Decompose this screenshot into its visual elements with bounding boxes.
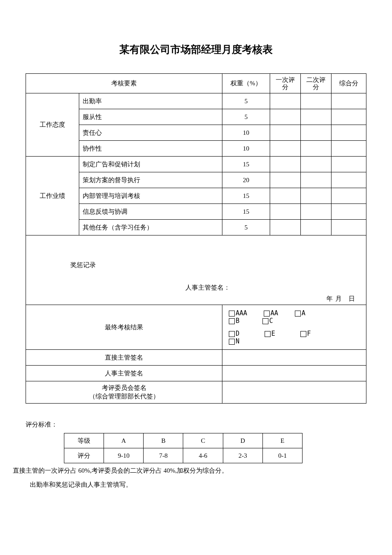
evaluation-table: 考核要素 权重（%） 一次评分 二次评 分 综合分 工作态度 出勤率 5 服从性… <box>26 73 366 404</box>
criteria-score-label: 评分 <box>64 448 104 463</box>
checkbox-aa[interactable]: AA <box>264 309 278 317</box>
item-name: 责任心 <box>79 125 222 141</box>
header-element: 考核要素 <box>26 74 222 93</box>
checkbox-a[interactable]: A <box>295 309 306 317</box>
cell-score2 <box>301 141 331 157</box>
reward-row: 奖惩记录 人事主管签名： 年月 日 <box>26 235 366 305</box>
criteria-score: 7-8 <box>144 448 183 463</box>
final-result-label: 最终考核结果 <box>26 305 222 350</box>
header-score1: 一次评分 <box>270 74 301 93</box>
checkbox-e[interactable]: E <box>265 330 275 337</box>
note1: 直接主管的一次评分占 60%,考评委员会的二次评分占 40%,加权分为综合分。 <box>13 465 366 477</box>
note2: 出勤率和奖惩记录由人事主管填写。 <box>30 481 366 489</box>
item-weight: 20 <box>222 172 270 188</box>
reward-pad <box>26 235 54 305</box>
cell-score3 <box>331 93 366 109</box>
cell-score2 <box>301 157 331 172</box>
page-title: 某有限公司市场部经理月度考核表 <box>26 43 366 56</box>
item-weight: 15 <box>222 157 270 172</box>
item-name: 服从性 <box>79 109 222 125</box>
cell-score3 <box>331 157 366 172</box>
cell-score1 <box>270 141 301 157</box>
checkbox-b[interactable]: B <box>229 317 239 325</box>
cell-score2 <box>301 125 331 141</box>
cell-score3 <box>331 220 366 235</box>
cell-score1 <box>270 188 301 204</box>
header-score2: 二次评 分 <box>301 74 331 93</box>
criteria-score: 0-1 <box>262 448 302 463</box>
table-row: 工作业绩 制定广告和促销计划 15 <box>26 157 366 172</box>
criteria-grade: D <box>223 433 262 448</box>
item-name: 信息反馈与协调 <box>79 204 222 220</box>
cell-score2 <box>301 109 331 125</box>
criteria-title: 评分标准： <box>26 421 366 429</box>
item-name: 策划方案的督导执行 <box>79 172 222 188</box>
cell-score3 <box>331 172 366 188</box>
header-weight: 权重（%） <box>222 74 270 93</box>
table-row: 工作态度 出勤率 5 <box>26 93 366 109</box>
cell-score1 <box>270 220 301 235</box>
cell-score2 <box>301 93 331 109</box>
item-name: 制定广告和促销计划 <box>79 157 222 172</box>
criteria-grade: C <box>183 433 223 448</box>
sig-committee-field <box>222 381 366 404</box>
header-score3: 综合分 <box>331 74 366 93</box>
item-weight: 5 <box>222 220 270 235</box>
signature-row-committee: 考评委员会签名 （综合管理部部长代签） <box>26 381 366 404</box>
criteria-grade-label: 等级 <box>64 433 104 448</box>
cell-score1 <box>270 109 301 125</box>
criteria-table: 等级 A B C D E 评分 9-10 7-8 4-6 2-3 0-1 <box>64 433 303 463</box>
cell-score3 <box>331 125 366 141</box>
item-name: 其他任务（含学习任务） <box>79 220 222 235</box>
item-weight: 10 <box>222 125 270 141</box>
signature-row-direct: 直接主管签名 <box>26 350 366 366</box>
cell-score2 <box>301 172 331 188</box>
reward-cell: 奖惩记录 人事主管签名： 年月 日 <box>53 235 366 305</box>
criteria-score: 4-6 <box>183 448 223 463</box>
final-result-options: AAA AA A B C D E F N <box>222 305 366 350</box>
reward-sign: 人事主管签名： <box>185 284 230 292</box>
signature-row-hr: 人事主管签名 <box>26 366 366 381</box>
sig-hr-label: 人事主管签名 <box>26 366 222 381</box>
checkbox-aaa[interactable]: AAA <box>229 309 247 317</box>
item-weight: 10 <box>222 141 270 157</box>
criteria-score: 2-3 <box>223 448 262 463</box>
cell-score1 <box>270 93 301 109</box>
item-weight: 5 <box>222 93 270 109</box>
sig-committee-label: 考评委员会签名 （综合管理部部长代签） <box>26 381 222 404</box>
criteria-score: 9-10 <box>104 448 144 463</box>
cell-score1 <box>270 157 301 172</box>
final-result-row: 最终考核结果 AAA AA A B C D E F N <box>26 305 366 350</box>
group1-label: 工作态度 <box>26 93 79 157</box>
checkbox-f[interactable]: F <box>300 330 311 337</box>
item-weight: 5 <box>222 109 270 125</box>
criteria-grade: E <box>262 433 302 448</box>
cell-score2 <box>301 220 331 235</box>
cell-score3 <box>331 204 366 220</box>
cell-score1 <box>270 172 301 188</box>
cell-score1 <box>270 204 301 220</box>
item-name: 协作性 <box>79 141 222 157</box>
item-name: 内部管理与培训考核 <box>79 188 222 204</box>
reward-date: 年月 日 <box>326 295 357 303</box>
cell-score1 <box>270 125 301 141</box>
cell-score3 <box>331 141 366 157</box>
criteria-score-row: 评分 9-10 7-8 4-6 2-3 0-1 <box>64 448 303 463</box>
sig-hr-field <box>222 366 366 381</box>
checkbox-d[interactable]: D <box>229 330 239 337</box>
item-name: 出勤率 <box>79 93 222 109</box>
cell-score3 <box>331 188 366 204</box>
cell-score3 <box>331 109 366 125</box>
group2-label: 工作业绩 <box>26 157 79 235</box>
table-header-row: 考核要素 权重（%） 一次评分 二次评 分 综合分 <box>26 74 366 93</box>
cell-score2 <box>301 204 331 220</box>
reward-label: 奖惩记录 <box>70 261 96 269</box>
checkbox-c[interactable]: C <box>262 317 273 325</box>
checkbox-n[interactable]: N <box>229 337 239 345</box>
criteria-grade-row: 等级 A B C D E <box>64 433 303 448</box>
sig-direct-label: 直接主管签名 <box>26 350 222 366</box>
item-weight: 15 <box>222 204 270 220</box>
criteria-grade: A <box>104 433 144 448</box>
cell-score2 <box>301 188 331 204</box>
criteria-grade: B <box>144 433 183 448</box>
